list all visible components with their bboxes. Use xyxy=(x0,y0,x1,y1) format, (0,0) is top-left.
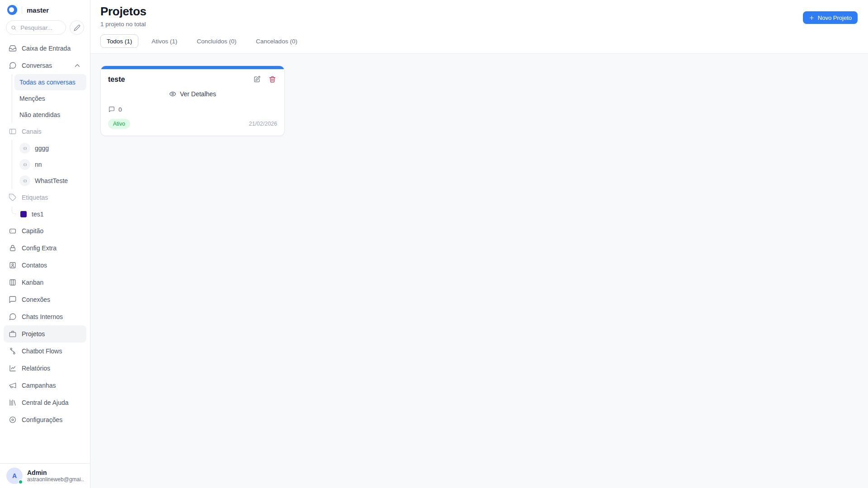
sidebar-item-conversas[interactable]: Conversas xyxy=(4,57,86,74)
sidebar-item-label: Configurações xyxy=(22,416,62,423)
logo-divider xyxy=(22,6,22,14)
card-accent-bar xyxy=(101,66,284,69)
sidebar-item-mencoes[interactable]: Menções xyxy=(14,90,86,107)
page-header: Projetos 1 projeto no total Novo Projeto… xyxy=(90,0,868,54)
card-body: teste xyxy=(101,69,284,136)
sidebar-item-projetos[interactable]: Projetos xyxy=(4,325,86,343)
tab-concluidos[interactable]: Concluídos (0) xyxy=(190,34,243,48)
sidebar-channel-nn[interactable]: nn xyxy=(14,156,86,173)
search-box[interactable] xyxy=(6,20,66,35)
sidebar-item-label: Chatbot Flows xyxy=(22,347,62,355)
edit-project-button[interactable] xyxy=(252,75,262,84)
message-circle-icon xyxy=(9,313,17,321)
sidebar-item-label: Conexões xyxy=(22,296,50,303)
sidebar-item-chatbot-flows[interactable]: Chatbot Flows xyxy=(4,343,86,360)
workspace-name: master xyxy=(27,6,49,14)
briefcase-icon xyxy=(9,330,17,338)
sidebar-item-todas-as-conversas[interactable]: Todas as conversas xyxy=(14,74,86,90)
tab-cancelados[interactable]: Cancelados (0) xyxy=(250,34,304,48)
sidebar-item-chats-internos[interactable]: Chats Internos xyxy=(4,308,86,325)
main-area: Projetos 1 projeto no total Novo Projeto… xyxy=(90,0,868,488)
contact-card-icon xyxy=(9,261,17,269)
view-details-label: Ver Detalhes xyxy=(180,90,216,98)
channel-label: gggg xyxy=(35,145,49,152)
sidebar-item-label: Caixa de Entrada xyxy=(22,45,71,52)
search-input[interactable] xyxy=(19,24,61,32)
eye-icon xyxy=(169,90,176,98)
settings-icon xyxy=(9,416,17,424)
section-label: Etiquetas xyxy=(22,194,48,201)
sidebar-tag-tes1[interactable]: tes1 xyxy=(12,206,86,222)
sub-item-label: Não atendidas xyxy=(19,111,60,118)
sidebar-item-campanhas[interactable]: Campanhas xyxy=(4,377,86,394)
new-project-button[interactable]: Novo Projeto xyxy=(803,11,858,24)
chat-bubble-icon xyxy=(9,61,17,70)
app-root: master Caixa de Entrada xyxy=(0,0,868,488)
api-channel-icon xyxy=(19,143,30,154)
user-name: Admin xyxy=(27,469,84,477)
tag-label: tes1 xyxy=(32,211,43,218)
chart-line-icon xyxy=(9,364,17,372)
user-menu[interactable]: A Admin astraonlineweb@gmai... xyxy=(0,463,90,488)
tag-icon xyxy=(9,193,17,202)
filter-tabs: Todos (1) Ativos (1) Concluídos (0) Canc… xyxy=(100,34,857,48)
sidebar-channel-gggg[interactable]: gggg xyxy=(14,140,86,156)
sidebar-item-label: Projetos xyxy=(22,330,45,338)
sidebar-item-kanban[interactable]: Kanban xyxy=(4,274,86,291)
conversas-sublist: Todas as conversas Menções Não atendidas xyxy=(12,74,86,123)
sidebar-item-label: Relatórios xyxy=(22,365,50,372)
sidebar-item-central-de-ajuda[interactable]: Central de Ajuda xyxy=(4,394,86,411)
sidebar-nav: Caixa de Entrada Conversas Todas as conv… xyxy=(0,39,90,463)
sidebar-item-caixa-de-entrada[interactable]: Caixa de Entrada xyxy=(4,40,86,57)
comments-count: 0 xyxy=(108,106,277,113)
project-date: 21/02/2026 xyxy=(249,121,277,127)
sidebar-item-capitao[interactable]: Capitão xyxy=(4,222,86,239)
sidebar-item-label: Central de Ajuda xyxy=(22,399,69,406)
sidebar-channel-whastteste[interactable]: WhastTeste xyxy=(14,173,86,189)
edit-icon xyxy=(253,75,261,83)
library-icon xyxy=(9,399,17,407)
view-details-button[interactable]: Ver Detalhes xyxy=(166,90,219,98)
sidebar-item-label: Contatos xyxy=(22,262,47,269)
sidebar-item-contatos[interactable]: Contatos xyxy=(4,257,86,274)
comment-icon xyxy=(108,106,115,113)
flow-icon xyxy=(9,347,17,355)
delete-project-button[interactable] xyxy=(268,75,277,84)
lock-icon xyxy=(9,244,17,252)
projects-grid: teste xyxy=(90,54,868,488)
pencil-icon xyxy=(74,24,80,31)
card-footer: Ativo 21/02/2026 xyxy=(108,119,277,129)
online-status-dot xyxy=(18,479,23,484)
sidebar-item-label: Conversas xyxy=(22,62,52,69)
compose-button[interactable] xyxy=(70,20,84,35)
inbox-icon xyxy=(9,44,17,52)
canais-sublist: gggg nn WhastTeste xyxy=(12,140,86,189)
sidebar-item-label: Chats Internos xyxy=(22,313,63,320)
sidebar-section-etiquetas[interactable]: Etiquetas xyxy=(4,189,86,206)
app-logo xyxy=(7,5,17,15)
search-row xyxy=(0,18,90,39)
sidebar-item-configuracoes[interactable]: Configurações xyxy=(4,411,86,428)
project-card[interactable]: teste xyxy=(100,66,285,136)
tab-ativos[interactable]: Ativos (1) xyxy=(145,34,184,48)
sidebar-item-nao-atendidas[interactable]: Não atendidas xyxy=(14,107,86,123)
sidebar-item-label: Kanban xyxy=(22,279,43,286)
tab-todos[interactable]: Todos (1) xyxy=(100,34,138,48)
section-label: Canais xyxy=(22,128,42,135)
sidebar-item-relatorios[interactable]: Relatórios xyxy=(4,360,86,377)
plus-icon xyxy=(809,15,815,21)
new-project-label: Novo Projeto xyxy=(818,14,852,21)
sub-item-label: Menções xyxy=(19,95,45,102)
avatar-initial: A xyxy=(12,472,17,479)
tree-elbow xyxy=(12,207,16,214)
sidebar: master Caixa de Entrada xyxy=(0,0,90,488)
sidebar-section-canais[interactable]: Canais xyxy=(4,123,86,140)
page-subtitle: 1 projeto no total xyxy=(100,21,857,28)
status-badge: Ativo xyxy=(108,119,130,129)
user-email: astraonlineweb@gmai... xyxy=(27,476,84,483)
sidebar-item-config-extra[interactable]: Config Extra xyxy=(4,239,86,257)
sidebar-item-conexoes[interactable]: Conexões xyxy=(4,291,86,308)
channel-label: nn xyxy=(35,161,42,168)
megaphone-icon xyxy=(9,381,17,389)
kanban-icon xyxy=(9,278,17,286)
